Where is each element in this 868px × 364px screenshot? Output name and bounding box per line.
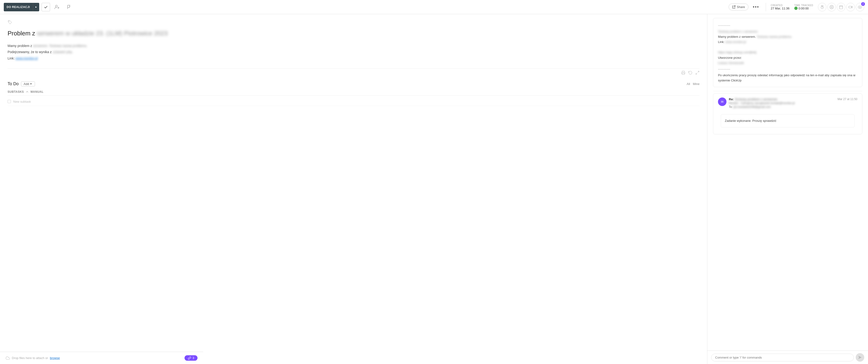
reply-body: Zadanie wykonane. Proszę sprawdzić [718, 111, 857, 130]
svg-marker-18 [30, 83, 32, 85]
tag-icon [7, 20, 700, 26]
svg-rect-7 [839, 6, 843, 9]
right-panel: ------------ Testowy problem z serwerem … [707, 14, 868, 364]
task-link[interactable]: www.monitor.pl [16, 57, 37, 60]
time-tracked-meta: TIME TRACKED 0:00:00 [794, 4, 813, 10]
toolbar-icons: 2 [818, 3, 864, 11]
clickup-link[interactable]: https://app.clickup.com/[link] [718, 51, 756, 54]
original-email: ------------ Testowy problem z serwerem … [713, 18, 862, 87]
main-toolbar: DO REALIZACJI Share ••• CREATED 2 [0, 0, 868, 14]
subject-blur: Testowy problem z serwerem [718, 29, 758, 34]
link-icon [188, 357, 191, 360]
filter-mine-button[interactable]: Mine [693, 82, 700, 86]
add-todo-button[interactable]: Add [21, 81, 35, 87]
svg-point-13 [860, 6, 861, 7]
svg-rect-11 [849, 6, 851, 8]
add-person-button[interactable] [53, 2, 62, 12]
share-label: Share [737, 5, 745, 9]
more-button[interactable]: ••• [751, 3, 761, 11]
browse-link[interactable]: browse [50, 356, 60, 360]
svg-line-17 [696, 73, 697, 74]
calendar-icon-button[interactable] [837, 3, 845, 11]
todo-header: To Do Add All Mine [7, 81, 700, 87]
time-dot [794, 7, 798, 10]
created-value: 27 Mar, 11:36 [771, 7, 789, 10]
todo-label: To Do [7, 81, 19, 87]
reply-to: To: jan.kowalski2048@gmail.com [729, 105, 835, 108]
email-thread: ------------ Testowy problem z serwerem … [707, 14, 868, 351]
do-realizacji-label: DO REALIZACJI [4, 3, 33, 11]
svg-line-16 [698, 71, 699, 72]
attach-bar: Drop files here to attach or browse 3 [0, 352, 203, 364]
drop-text: Drop files here to attach or [12, 356, 48, 360]
comment-input[interactable] [711, 354, 854, 361]
subtasks-sort: Manual [30, 90, 43, 94]
views-badge-count: 2 [861, 2, 865, 6]
task-title: Problem z serwerem w układzie 23. (1LM) … [7, 30, 700, 37]
do-realizacji-arrow[interactable] [33, 3, 39, 11]
time-tracked-value: 0:00:00 [794, 7, 813, 10]
reply-avatar: ✉ [718, 98, 726, 106]
left-panel: Problem z serwerem w układzie 23. (1LM) … [0, 14, 707, 364]
time-tracked-label: TIME TRACKED [794, 4, 813, 7]
svg-marker-19 [858, 356, 862, 359]
svg-rect-15 [682, 73, 684, 74]
dashes-top: ------------ [718, 23, 857, 28]
task-title-blurred: serwerem w układzie 23. (1LM) Piotrowice… [37, 30, 167, 37]
task-body: Mamy problem z serwerem. Testowa nazwa p… [7, 43, 700, 61]
svg-marker-0 [35, 6, 37, 8]
svg-point-14 [8, 21, 9, 22]
subtasks-header: SUBTASKS Manual [7, 90, 700, 96]
new-subtask-input[interactable]: New subtask [13, 100, 31, 103]
svg-marker-12 [851, 6, 852, 8]
svg-point-6 [831, 6, 832, 7]
sort-up-icon [26, 90, 29, 93]
reply-email-meta: Re: Testowy problem z serwerem Monitor -… [729, 98, 835, 108]
cloud-icon [6, 356, 10, 360]
svg-point-1 [56, 5, 57, 7]
settings-icon-button[interactable] [827, 3, 836, 11]
subtask-checkbox[interactable] [7, 100, 11, 103]
video-icon-button[interactable] [846, 3, 855, 11]
main-layout: Problem z serwerem w układzie 23. (1LM) … [0, 14, 868, 364]
comment-bar [707, 351, 868, 364]
reply-email-header: ✉ Re: Testowy problem z serwerem Monitor… [718, 98, 857, 108]
todo-filters: All Mine [687, 82, 700, 86]
reply-body-text: Zadanie wykonane. Proszę sprawdzić [725, 118, 850, 124]
print-icon[interactable] [681, 71, 685, 76]
attach-badge[interactable]: 3 [185, 355, 197, 361]
filter-all-button[interactable]: All [687, 82, 690, 86]
timer-icon-button[interactable] [818, 3, 827, 11]
created-meta: CREATED 27 Mar, 11:36 [771, 4, 789, 10]
original-email-body: ------------ Testowy problem z serwerem … [718, 23, 857, 83]
reply-from: Monitor - Cyfrujemy zarządzanie kontakt@… [729, 101, 835, 105]
toolbar-right: CREATED 27 Mar, 11:36 TIME TRACKED 0:00:… [766, 3, 864, 11]
history-icon[interactable] [688, 71, 692, 76]
body-link[interactable]: www.monitor.pl [725, 40, 746, 44]
email-separator [713, 91, 862, 91]
check-button[interactable] [41, 3, 50, 11]
views-button[interactable]: 2 [856, 3, 864, 11]
reply-email: ✉ Re: Testowy problem z serwerem Monitor… [713, 94, 862, 134]
dashes-bottom: ------------ [718, 67, 857, 72]
attach-count: 3 [192, 356, 194, 360]
action-bar [7, 68, 700, 78]
flag-button[interactable] [64, 2, 74, 12]
comment-send-button[interactable] [856, 353, 864, 362]
share-button[interactable]: Share [728, 4, 749, 10]
do-realizacji-button[interactable]: DO REALIZACJI [4, 3, 39, 11]
reply-time: Mar 27 at 11:50 [838, 98, 857, 101]
subtasks-label: SUBTASKS [7, 90, 24, 94]
footer-text: Po ukończeniu pracy proszę odesłać infor… [718, 73, 857, 83]
subtask-row: New subtask [7, 98, 700, 106]
reply-subject: Re: Testowy problem z serwerem [729, 98, 835, 101]
expand-icon[interactable] [695, 71, 700, 76]
created-label: CREATED [771, 4, 789, 7]
